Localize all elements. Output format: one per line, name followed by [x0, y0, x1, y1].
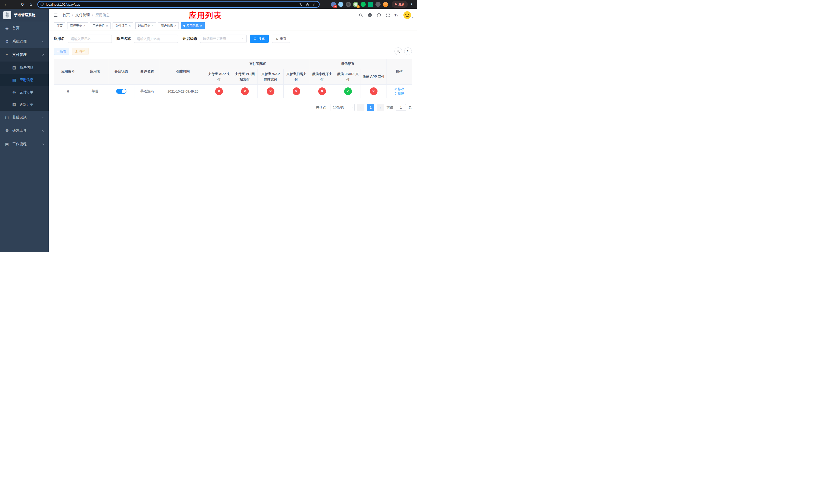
close-icon[interactable]: ×: [129, 24, 131, 27]
breadcrumb: 首页 / 支付管理 / 应用信息: [63, 13, 110, 18]
tab-home[interactable]: 首页: [54, 22, 65, 29]
sidebar-item-label: 退款订单: [20, 102, 33, 107]
add-button-label: 新增: [60, 49, 66, 53]
close-icon[interactable]: ×: [106, 24, 108, 27]
col-header-alipay-app: 支付宝 APP 支付: [206, 69, 232, 85]
chevron-down-icon: [42, 116, 44, 118]
font-size-icon[interactable]: TT: [394, 13, 399, 18]
browser-update-button[interactable]: 更新: [392, 1, 408, 8]
extension-icon-4[interactable]: 1: [353, 2, 358, 7]
extensions-puzzle-icon[interactable]: [375, 2, 380, 7]
next-page-button[interactable]: ›: [377, 104, 384, 111]
sidebar-item-merchant-info[interactable]: ▤ 商户信息: [0, 62, 49, 74]
sidebar-item-pay-orders[interactable]: ◎ 支付订单: [0, 86, 49, 98]
bookmark-star-icon[interactable]: ☆: [312, 2, 316, 7]
app-name-input[interactable]: [68, 35, 112, 43]
sidebar-item-infrastructure[interactable]: ▢ 基础设施: [0, 111, 49, 124]
svg-text:?: ?: [378, 14, 379, 17]
svg-text:T: T: [394, 13, 396, 17]
sidebar-fold-icon[interactable]: [52, 12, 59, 19]
status-switch[interactable]: [116, 89, 127, 94]
wx-app-status-icon: ×: [370, 87, 377, 95]
sidebar-item-label: 应用信息: [20, 78, 33, 82]
extension-icon-6[interactable]: [368, 2, 373, 7]
browser-home-icon[interactable]: ⌂: [27, 1, 35, 8]
password-key-icon[interactable]: [299, 2, 303, 7]
user-avatar[interactable]: ▾: [403, 11, 413, 19]
close-icon[interactable]: ×: [83, 24, 85, 27]
extension-icon-7[interactable]: [383, 2, 388, 7]
refresh-table-button[interactable]: ↻: [404, 47, 412, 55]
alipay-pc-status-icon: ×: [241, 87, 249, 95]
extension-badge: 10: [333, 5, 337, 8]
page-header: 首页 / 支付管理 / 应用信息 应用列表 ?: [49, 9, 417, 22]
sidebar-item-app-info[interactable]: ▦ 应用信息: [0, 74, 49, 86]
tab-process-form[interactable]: 流程表单 ×: [67, 22, 88, 29]
sidebar-item-refund-orders[interactable]: ▧ 退款订单: [0, 98, 49, 111]
merchant-name-input[interactable]: [134, 35, 178, 43]
chevron-down-icon: [42, 129, 44, 131]
tab-refund-order[interactable]: 退款订单 ×: [135, 22, 156, 29]
extension-icon-5[interactable]: [360, 2, 366, 7]
browser-menu-icon[interactable]: ⋮: [409, 2, 414, 7]
col-header-wx-mini: 微信小程序支付: [309, 69, 335, 85]
tab-user-group[interactable]: 用户分组 ×: [90, 22, 111, 29]
add-button[interactable]: + 新增: [54, 48, 69, 55]
breadcrumb-current: 应用信息: [95, 13, 110, 18]
browser-back-icon[interactable]: ←: [3, 1, 10, 8]
close-icon[interactable]: ×: [152, 24, 154, 27]
tab-app-info[interactable]: 应用信息 ×: [181, 22, 205, 29]
right-toolbar: ↻: [394, 47, 412, 55]
page-number-1[interactable]: 1: [367, 104, 374, 111]
close-icon[interactable]: ×: [200, 24, 202, 27]
sidebar-item-payment[interactable]: ¥ 支付管理: [0, 48, 49, 62]
site-info-icon[interactable]: ⓘ: [41, 2, 44, 7]
breadcrumb-home[interactable]: 首页: [63, 13, 70, 18]
sidebar-item-system[interactable]: ⚙ 系统管理: [0, 35, 49, 48]
tab-merchant-info[interactable]: 商户信息 ×: [158, 22, 179, 29]
fullscreen-icon[interactable]: [385, 13, 390, 18]
sidebar: 芋道管理系统 ◉ 首页 ⚙ 系统管理 ¥ 支付管理 ▤ 商户信息: [0, 9, 49, 252]
extension-icon-2[interactable]: [338, 2, 344, 7]
app-logo: 芋道管理系统: [0, 9, 49, 22]
col-header-alipay-pc: 支付宝 PC 网站支付: [232, 69, 258, 85]
toggle-search-button[interactable]: [394, 47, 402, 55]
infra-icon: ▢: [5, 115, 9, 120]
help-icon[interactable]: ?: [376, 13, 381, 18]
sidebar-item-workflow[interactable]: ▣ 工作流程: [0, 137, 49, 151]
github-icon[interactable]: [367, 13, 372, 18]
col-header-created: 创建时间: [160, 59, 206, 85]
sidebar-item-dev-tools[interactable]: ⚒ 研发工具: [0, 124, 49, 137]
close-icon[interactable]: ×: [174, 24, 176, 27]
tab-label: 用户分组: [93, 24, 105, 28]
apps-table: 应用编号 应用名 开启状态 商户名称 创建时间 支付宝配置 微信配置 操作 支付…: [54, 59, 412, 98]
status-select[interactable]: 请选择开启状态: [200, 35, 247, 43]
address-bar[interactable]: ⓘ localhost:1024/pay/app ☆: [38, 1, 320, 8]
reset-button[interactable]: ↻ 重置: [272, 35, 290, 43]
browser-reload-icon[interactable]: ↻: [19, 1, 26, 8]
export-button[interactable]: 导出: [72, 48, 88, 55]
wx-jsapi-status-icon: ✓: [344, 87, 352, 95]
extension-badge: 1: [357, 5, 359, 8]
edit-link[interactable]: 修改: [394, 87, 404, 91]
export-button-label: 导出: [79, 49, 85, 53]
share-icon[interactable]: [305, 2, 310, 7]
wx-mini-status-icon: ×: [318, 87, 326, 95]
extension-icon-3[interactable]: [346, 2, 351, 7]
page-size-select[interactable]: 10条/页: [331, 104, 355, 111]
search-button[interactable]: 搜索: [250, 35, 269, 43]
browser-forward-icon[interactable]: →: [11, 1, 18, 8]
tab-pay-order[interactable]: 支付订单 ×: [113, 22, 133, 29]
reset-button-label: 重置: [280, 37, 286, 41]
breadcrumb-payment[interactable]: 支付管理: [75, 13, 90, 18]
tab-label: 商户信息: [160, 24, 173, 28]
goto-page-input[interactable]: [396, 104, 406, 111]
search-icon[interactable]: [358, 13, 364, 18]
extension-icon-1[interactable]: 10: [331, 2, 336, 7]
sidebar-item-home[interactable]: ◉ 首页: [0, 22, 49, 35]
chevron-down-icon: [351, 106, 353, 108]
delete-link[interactable]: 删除: [394, 91, 404, 96]
prev-page-button[interactable]: ‹: [357, 104, 365, 111]
app-shell: 芋道管理系统 ◉ 首页 ⚙ 系统管理 ¥ 支付管理 ▤ 商户信息: [0, 9, 417, 252]
update-label: 更新: [398, 2, 405, 7]
